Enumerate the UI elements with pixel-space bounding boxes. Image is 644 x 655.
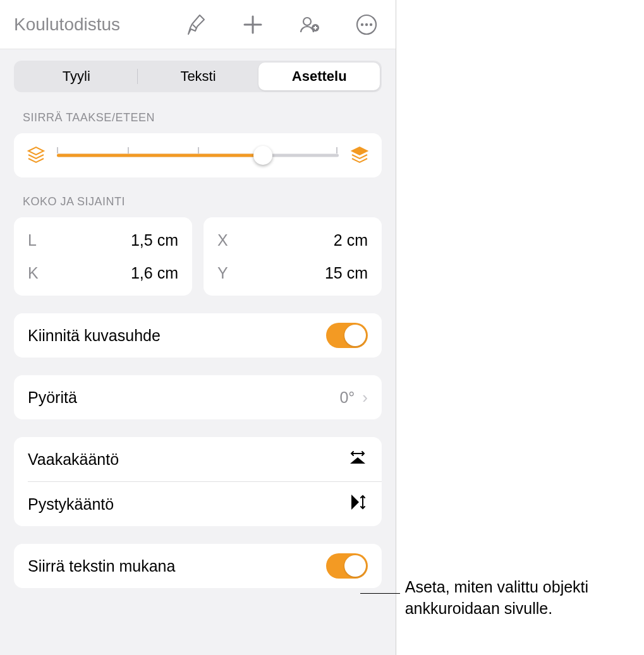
- layer-slider[interactable]: [57, 146, 339, 165]
- width-label: L: [28, 231, 37, 249]
- width-value: 1,5 cm: [131, 231, 178, 249]
- height-label: K: [28, 264, 39, 282]
- lock-ratio-label: Kiinnitä kuvasuhde: [28, 327, 161, 345]
- flip-h-label: Vaakakääntö: [28, 450, 119, 469]
- width-row[interactable]: L 1,5 cm: [28, 224, 178, 256]
- height-value: 1,6 cm: [131, 264, 178, 282]
- document-title: Koulutodistus: [10, 15, 183, 35]
- y-row[interactable]: Y 15 cm: [217, 256, 368, 289]
- svg-point-0: [303, 18, 311, 25]
- layers-front-icon: [350, 145, 369, 166]
- rotate-value: 0°: [339, 388, 355, 407]
- tab-text[interactable]: Teksti: [138, 63, 259, 90]
- x-label: X: [217, 231, 228, 249]
- lock-ratio-row: Kiinnitä kuvasuhde: [14, 313, 382, 358]
- size-position-group: L 1,5 cm K 1,6 cm X 2 cm Y 15 cm: [14, 217, 382, 296]
- flip-vertical-icon: [350, 492, 368, 516]
- tab-style[interactable]: Tyyli: [16, 63, 137, 90]
- chevron-right-icon: ›: [362, 388, 368, 407]
- flip-vertical-row[interactable]: Pystykääntö: [14, 482, 382, 526]
- rotate-label: Pyöritä: [28, 388, 77, 407]
- slider-thumb[interactable]: [253, 146, 272, 165]
- move-back-front-label: SIIRRÄ TAAKSE/ETEEN: [23, 111, 382, 124]
- svg-point-4: [365, 23, 368, 25]
- collaborate-icon[interactable]: [297, 12, 322, 37]
- y-value: 15 cm: [325, 264, 368, 282]
- flip-card: Vaakakääntö Pystykääntö: [14, 437, 382, 526]
- toolbar-icons: [183, 12, 386, 37]
- lock-ratio-toggle[interactable]: [326, 323, 368, 348]
- size-card: L 1,5 cm K 1,6 cm: [14, 217, 192, 296]
- format-popover: Tyyli Teksti Asettelu SIIRRÄ TAAKSE/ETEE…: [0, 49, 396, 655]
- flip-horizontal-icon: [348, 448, 368, 470]
- x-row[interactable]: X 2 cm: [217, 224, 368, 256]
- toolbar: Koulutodistus: [0, 0, 396, 49]
- flip-v-label: Pystykääntö: [28, 495, 114, 514]
- inspector-panel: Koulutodistus Tyyli Teksti Asettelu SIIR…: [0, 0, 396, 655]
- svg-point-3: [361, 23, 363, 25]
- plus-icon[interactable]: [240, 12, 265, 37]
- move-with-text-row: Siirrä tekstin mukana: [14, 544, 382, 588]
- callout-leader-line: [360, 593, 400, 594]
- position-card: X 2 cm Y 15 cm: [204, 217, 382, 296]
- x-value: 2 cm: [334, 231, 368, 249]
- rotate-card: Pyöritä 0° ›: [14, 375, 382, 419]
- tab-layout[interactable]: Asettelu: [258, 63, 380, 90]
- callout-text: Aseta, miten valittu objekti ankkuroidaa…: [405, 577, 644, 620]
- lock-ratio-card: Kiinnitä kuvasuhde: [14, 313, 382, 358]
- format-brush-icon[interactable]: [183, 12, 209, 37]
- svg-point-5: [370, 23, 372, 25]
- height-row[interactable]: K 1,6 cm: [28, 256, 178, 289]
- move-with-text-toggle[interactable]: [326, 553, 368, 579]
- more-icon[interactable]: [354, 12, 379, 37]
- tab-segmented-control: Tyyli Teksti Asettelu: [14, 61, 382, 92]
- size-position-label: KOKO JA SIJAINTI: [23, 195, 382, 208]
- rotate-row[interactable]: Pyöritä 0° ›: [14, 375, 382, 419]
- move-with-text-label: Siirrä tekstin mukana: [28, 557, 175, 575]
- y-label: Y: [217, 264, 228, 282]
- layer-slider-card: [14, 133, 382, 177]
- flip-horizontal-row[interactable]: Vaakakääntö: [14, 437, 382, 481]
- layers-back-icon: [27, 145, 46, 166]
- annotation-callout: Aseta, miten valittu objekti ankkuroidaa…: [360, 577, 644, 620]
- move-with-text-card: Siirrä tekstin mukana: [14, 544, 382, 588]
